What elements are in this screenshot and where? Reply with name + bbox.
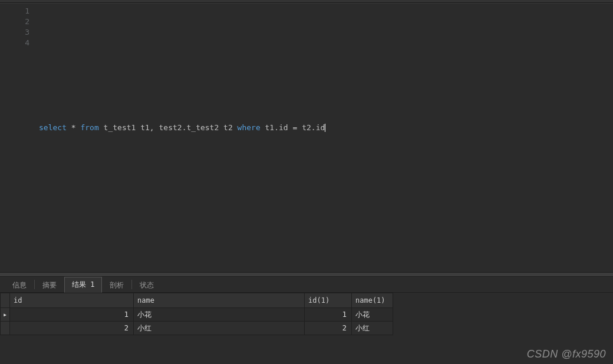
app-root: 1 2 3 4 select * from t_test1 t1, test2.…: [0, 0, 613, 364]
line-number-gutter: 1 2 3 4: [0, 4, 35, 272]
sql-text: *: [67, 123, 80, 132]
tab-info[interactable]: 信息: [5, 277, 34, 293]
cell-id[interactable]: 1: [10, 308, 134, 322]
cell-id1[interactable]: 1: [305, 308, 352, 322]
cell-name1[interactable]: 小花: [352, 308, 393, 322]
table-row[interactable]: 2 小红 2 小红: [1, 322, 393, 335]
keyword-from: from: [80, 123, 98, 132]
tab-profile[interactable]: 剖析: [102, 277, 131, 293]
table-header-row: id name id(1) name(1): [1, 293, 393, 308]
line-number: 3: [0, 27, 29, 38]
sql-editor[interactable]: 1 2 3 4 select * from t_test1 t1, test2.…: [0, 3, 613, 272]
sql-text: t_test1 t1, test2.t_test2 t2: [99, 123, 238, 132]
cell-id1[interactable]: 2: [305, 322, 352, 335]
keyword-select: select: [39, 123, 67, 132]
text-caret: [325, 124, 325, 132]
col-header-name1[interactable]: name(1): [352, 293, 393, 308]
cell-id[interactable]: 2: [10, 322, 134, 335]
cell-name1[interactable]: 小红: [352, 322, 393, 335]
horizontal-splitter[interactable]: [0, 272, 613, 277]
line-number: 1: [0, 6, 29, 16]
line-number: 4: [0, 38, 29, 48]
col-header-id1[interactable]: id(1): [305, 293, 352, 308]
code-line[interactable]: [39, 91, 613, 101]
line-number: 2: [0, 16, 29, 27]
result-table[interactable]: id name id(1) name(1) ▸ 1 小花 1 小花: [0, 293, 393, 335]
row-handle-icon[interactable]: [1, 322, 10, 335]
tab-status[interactable]: 状态: [132, 277, 162, 293]
tab-result-1[interactable]: 结果 1: [64, 277, 102, 293]
cell-name[interactable]: 小花: [134, 308, 305, 322]
row-handle-icon[interactable]: ▸: [1, 308, 10, 322]
code-line[interactable]: select * from t_test1 t1, test2.t_test2 …: [39, 123, 613, 133]
col-header-id[interactable]: id: [10, 293, 134, 308]
code-area[interactable]: select * from t_test1 t1, test2.t_test2 …: [35, 4, 613, 272]
cell-name[interactable]: 小红: [134, 322, 305, 335]
row-handle-header: [1, 293, 10, 308]
tab-summary[interactable]: 摘要: [35, 277, 64, 293]
sql-text: t1.id = t2.id: [261, 123, 325, 132]
keyword-where: where: [238, 123, 261, 132]
table-row[interactable]: ▸ 1 小花 1 小花: [1, 308, 393, 322]
result-tab-bar: 信息 摘要 结果 1 剖析 状态: [0, 277, 613, 293]
col-header-name[interactable]: name: [134, 293, 305, 308]
results-panel: 信息 摘要 结果 1 剖析 状态 id name id(1) name: [0, 277, 613, 364]
code-line[interactable]: [39, 59, 613, 70]
result-grid[interactable]: id name id(1) name(1) ▸ 1 小花 1 小花: [0, 293, 613, 364]
code-line[interactable]: [39, 27, 613, 38]
